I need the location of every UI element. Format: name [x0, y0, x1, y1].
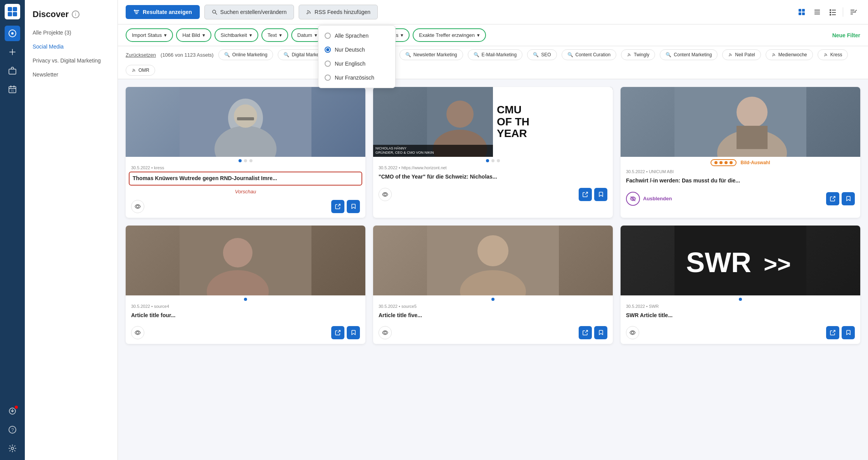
filter-exakte-treffer[interactable]: Exakte Treffer erzwingen ▾: [413, 28, 486, 42]
briefcase-nav-icon[interactable]: [5, 63, 20, 78]
card-6-preview-button[interactable]: [626, 326, 639, 339]
card-2-open-button[interactable]: [579, 188, 592, 201]
tag-online-marketing[interactable]: 🔍Online Marketing: [218, 49, 273, 60]
results-count: (1066 von 1123 Assets): [161, 52, 214, 58]
card-6-bookmark-button[interactable]: [842, 326, 855, 339]
nav-item-privacy[interactable]: Privacy vs. Digital Marketing: [25, 54, 118, 68]
list-view-button[interactable]: [810, 5, 824, 19]
card-6-title: SWR Article title...: [621, 310, 860, 323]
grid-view-button[interactable]: [795, 5, 809, 19]
language-option-all[interactable]: Alle Sprachen: [318, 29, 395, 43]
card-4-title: Article title four...: [126, 310, 365, 323]
card-1-preview-button[interactable]: [131, 200, 144, 213]
card-dot: [730, 161, 733, 164]
ausblenden-button[interactable]: Ausblenden: [626, 192, 672, 206]
card-dot: [714, 161, 718, 164]
add-nav-icon[interactable]: [5, 44, 20, 60]
card-5-right-actions: [579, 326, 607, 339]
filter-hat-bild[interactable]: Hat Bild ▾: [176, 28, 211, 42]
card-5-open-button[interactable]: [579, 326, 592, 339]
tag-neil-patel[interactable]: Neil Patel: [722, 49, 761, 60]
language-option-franzoesisch[interactable]: Nur Französisch: [318, 71, 395, 85]
card-4-preview-button[interactable]: [131, 326, 144, 339]
card-2-actions: [373, 185, 613, 206]
card-5-actions: [373, 323, 613, 344]
language-option-deutsch[interactable]: Nur Deutsch: [318, 43, 395, 57]
card-1-open-button[interactable]: [331, 200, 344, 213]
card-5-preview-button[interactable]: [379, 326, 392, 339]
page-title: Discover: [33, 9, 69, 19]
svg-rect-33: [830, 14, 831, 16]
card-2-preview-button[interactable]: [379, 188, 392, 201]
language-dropdown[interactable]: Alle Sprachen Nur Deutsch Nur Englisch N…: [318, 25, 396, 88]
suchen-erstellen-button[interactable]: Suchen erstellen/verändern: [204, 5, 294, 19]
tag-content-marketing-2[interactable]: 🔍Content Marketing: [660, 49, 718, 60]
card-dot: [249, 159, 252, 162]
top-toolbar: Resultate anzeigen Suchen erstellen/verä…: [118, 0, 868, 24]
settings-nav-icon[interactable]: [5, 441, 20, 456]
card-6-meta: 30.5.2022 • SWR: [621, 302, 860, 310]
tag-medienwoche[interactable]: Medienwoche: [766, 49, 813, 60]
cmu-overlay-text: CMU OF TH YEAR: [493, 87, 613, 157]
tag-kress[interactable]: Kress: [818, 49, 848, 60]
card-4-bookmark-button[interactable]: [347, 326, 360, 339]
app-logo[interactable]: [5, 4, 20, 19]
help-nav-icon[interactable]: ?: [5, 422, 20, 437]
svg-point-42: [132, 71, 133, 72]
neue-filter-label: Neue Filter: [832, 32, 860, 38]
nav-item-all-projects[interactable]: Alle Projekte (3): [25, 26, 118, 40]
main-content: Resultate anzeigen Suchen erstellen/verä…: [118, 0, 868, 460]
card-dot: [491, 298, 495, 301]
card-1-right-actions: [331, 200, 360, 213]
card-2-right-actions: [579, 188, 607, 201]
card-2-left-actions: [379, 188, 392, 201]
download-nav-icon[interactable]: [5, 403, 20, 419]
reset-button[interactable]: Zurücksetzen: [126, 52, 156, 58]
svg-point-21: [307, 13, 308, 14]
card-6-image: SWR >>: [621, 226, 860, 295]
card-3-open-button[interactable]: [826, 192, 839, 205]
content-card-1: 30.5.2022 • kress Thomas Knüwers Wutrede…: [126, 87, 365, 218]
card-2-image: CMU OF TH YEAR NICHOLAS HÄNNYGRÜNDER, CE…: [373, 87, 613, 157]
svg-text:31: 31: [11, 89, 14, 92]
calendar-nav-icon[interactable]: 31: [5, 82, 20, 97]
svg-point-63: [223, 238, 252, 267]
svg-point-48: [137, 205, 139, 208]
discover-nav-icon[interactable]: [5, 26, 20, 41]
card-4-image: [126, 226, 365, 295]
tag-twingly[interactable]: Twingly: [621, 49, 655, 60]
language-option-englisch[interactable]: Nur Englisch: [318, 57, 395, 71]
tag-omr[interactable]: OMR: [126, 65, 155, 76]
card-5-left-actions: [379, 326, 392, 339]
card-3-bookmark-button[interactable]: [842, 192, 855, 205]
svg-point-75: [631, 332, 634, 334]
filter-sichtbarkeit[interactable]: Sichtbarkeit ▾: [214, 28, 258, 42]
nav-item-newsletter[interactable]: Newsletter: [25, 68, 118, 82]
card-5-bookmark-button[interactable]: [594, 326, 607, 339]
card-6-open-button[interactable]: [826, 326, 839, 339]
svg-point-5: [11, 32, 14, 35]
tag-email-marketing[interactable]: 🔍E-Mail-Marketing: [468, 49, 523, 60]
filter-text[interactable]: Text ▾: [261, 28, 288, 42]
card-6-left-actions: [626, 326, 639, 339]
sort-button[interactable]: [846, 5, 860, 19]
rss-feeds-button[interactable]: RSS Feeds hinzufügen: [299, 5, 378, 19]
view-divider: [843, 7, 843, 17]
nav-item-social-media[interactable]: Social Media: [25, 40, 118, 54]
tag-seo[interactable]: 🔍SEO: [527, 49, 557, 60]
resultate-anzeigen-button[interactable]: Resultate anzeigen: [126, 5, 200, 19]
tag-content-curation[interactable]: 🔍Content Curation: [562, 49, 617, 60]
compact-view-button[interactable]: [826, 5, 840, 19]
bild-auswahl-label: Bild-Auswahl: [740, 160, 770, 165]
filter-import-status[interactable]: Import Status ▾: [126, 28, 173, 42]
card-1-bookmark-button[interactable]: [347, 200, 360, 213]
card-4-left-actions: [131, 326, 144, 339]
tag-newsletter-marketing[interactable]: 🔍Newsletter Marketing: [399, 49, 463, 60]
card-4-open-button[interactable]: [331, 326, 344, 339]
info-icon[interactable]: i: [72, 10, 80, 18]
card-dot: [239, 159, 242, 162]
language-option-all-label: Alle Sprachen: [335, 33, 368, 39]
svg-point-39: [729, 56, 730, 56]
card-2-bookmark-button[interactable]: [594, 188, 607, 201]
card-4-actions: [126, 323, 365, 344]
